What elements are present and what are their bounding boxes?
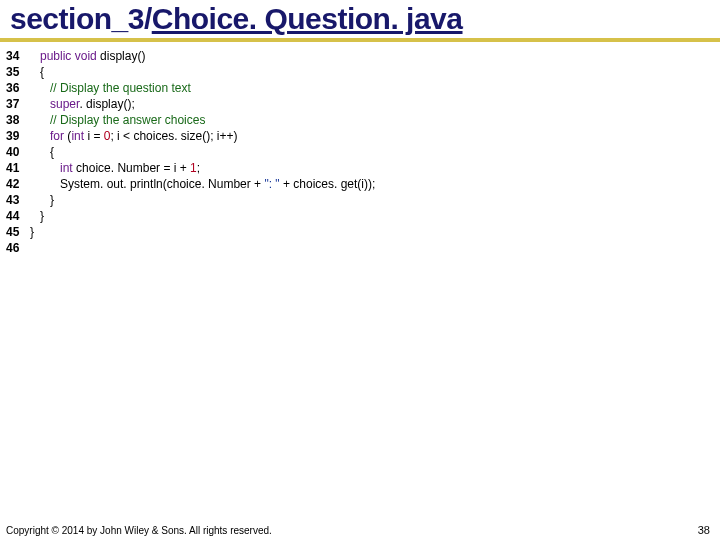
- code-token: . display();: [79, 97, 134, 111]
- code-line: 36 // Display the question text: [2, 80, 710, 96]
- code-token: public void: [40, 49, 97, 63]
- code-content: }: [30, 208, 44, 224]
- code-line: 44 }: [2, 208, 710, 224]
- code-token: i =: [84, 129, 104, 143]
- line-number: 42: [2, 176, 24, 192]
- title-main: Choice. Question. java: [152, 2, 463, 35]
- code-content: // Display the question text: [30, 80, 191, 96]
- code-token: int: [60, 161, 73, 175]
- slide-title: section_3/Choice. Question. java: [0, 0, 720, 36]
- code-content: }: [30, 192, 54, 208]
- code-block: 34 public void display()35 {36 // Displa…: [0, 48, 720, 256]
- line-number: 44: [2, 208, 24, 224]
- code-token: [30, 161, 60, 175]
- code-token: {: [30, 145, 54, 159]
- line-number: 36: [2, 80, 24, 96]
- footer: Copyright © 2014 by John Wiley & Sons. A…: [0, 524, 720, 536]
- code-content: {: [30, 144, 54, 160]
- code-token: [30, 113, 50, 127]
- title-rule: [0, 38, 720, 42]
- code-line: 45}: [2, 224, 710, 240]
- code-content: super. display();: [30, 96, 135, 112]
- code-content: int choice. Number = i + 1;: [30, 160, 200, 176]
- code-line: 35 {: [2, 64, 710, 80]
- code-token: ; i < choices. size(); i++): [110, 129, 237, 143]
- line-number: 37: [2, 96, 24, 112]
- code-line: 34 public void display(): [2, 48, 710, 64]
- code-token: super: [50, 97, 79, 111]
- line-number: 34: [2, 48, 24, 64]
- code-line: 42 System. out. println(choice. Number +…: [2, 176, 710, 192]
- code-token: }: [30, 209, 44, 223]
- code-token: [30, 97, 50, 111]
- code-token: + choices. get(i));: [280, 177, 376, 191]
- code-content: }: [30, 224, 34, 240]
- code-token: display(): [97, 49, 146, 63]
- line-number: 43: [2, 192, 24, 208]
- code-line: 43 }: [2, 192, 710, 208]
- code-token: choice. Number = i +: [73, 161, 190, 175]
- line-number: 35: [2, 64, 24, 80]
- line-number: 46: [2, 240, 24, 256]
- code-content: public void display(): [30, 48, 145, 64]
- code-token: }: [30, 225, 34, 239]
- code-line: 46: [2, 240, 710, 256]
- copyright-text: Copyright © 2014 by John Wiley & Sons. A…: [6, 525, 272, 536]
- code-token: [30, 49, 40, 63]
- code-line: 40 {: [2, 144, 710, 160]
- line-number: 38: [2, 112, 24, 128]
- code-line: 41 int choice. Number = i + 1;: [2, 160, 710, 176]
- code-token: System. out. println(choice. Number +: [30, 177, 264, 191]
- code-token: 1: [190, 161, 197, 175]
- code-token: // Display the question text: [50, 81, 191, 95]
- code-content: {: [30, 64, 44, 80]
- code-token: // Display the answer choices: [50, 113, 205, 127]
- code-token: ": ": [264, 177, 279, 191]
- code-line: 39 for (int i = 0; i < choices. size(); …: [2, 128, 710, 144]
- code-content: for (int i = 0; i < choices. size(); i++…: [30, 128, 237, 144]
- code-content: // Display the answer choices: [30, 112, 205, 128]
- code-line: 38 // Display the answer choices: [2, 112, 710, 128]
- code-token: for: [50, 129, 64, 143]
- code-token: }: [30, 193, 54, 207]
- code-line: 37 super. display();: [2, 96, 710, 112]
- page-number: 38: [698, 524, 710, 536]
- code-token: ;: [197, 161, 200, 175]
- code-token: {: [30, 65, 44, 79]
- code-token: int: [71, 129, 84, 143]
- line-number: 39: [2, 128, 24, 144]
- code-token: [30, 129, 50, 143]
- line-number: 45: [2, 224, 24, 240]
- code-token: [30, 81, 50, 95]
- code-content: System. out. println(choice. Number + ":…: [30, 176, 375, 192]
- line-number: 40: [2, 144, 24, 160]
- line-number: 41: [2, 160, 24, 176]
- title-prefix: section_3/: [10, 2, 152, 35]
